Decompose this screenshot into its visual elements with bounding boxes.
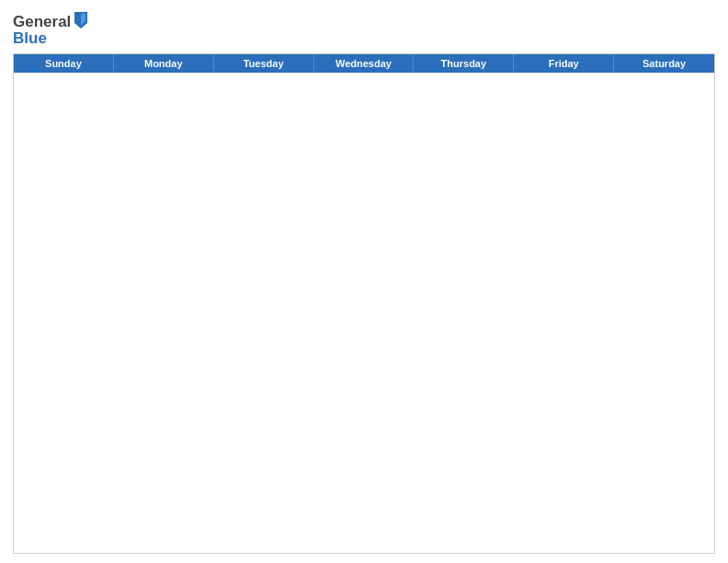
calendar-body	[14, 73, 714, 553]
logo-icon	[73, 10, 89, 30]
logo-general-text: General	[13, 13, 71, 31]
header-day-sunday: Sunday	[14, 54, 114, 73]
calendar: SundayMondayTuesdayWednesdayThursdayFrid…	[13, 53, 715, 554]
header-day-saturday: Saturday	[614, 54, 714, 73]
header: General Blue	[13, 9, 715, 48]
logo: General Blue	[13, 13, 89, 48]
header-day-monday: Monday	[114, 54, 214, 73]
header-day-friday: Friday	[514, 54, 614, 73]
calendar-header: SundayMondayTuesdayWednesdayThursdayFrid…	[14, 54, 714, 73]
header-day-thursday: Thursday	[414, 54, 514, 73]
header-day-wednesday: Wednesday	[314, 54, 415, 73]
header-day-tuesday: Tuesday	[214, 54, 314, 73]
logo-blue-text: Blue	[13, 29, 89, 48]
